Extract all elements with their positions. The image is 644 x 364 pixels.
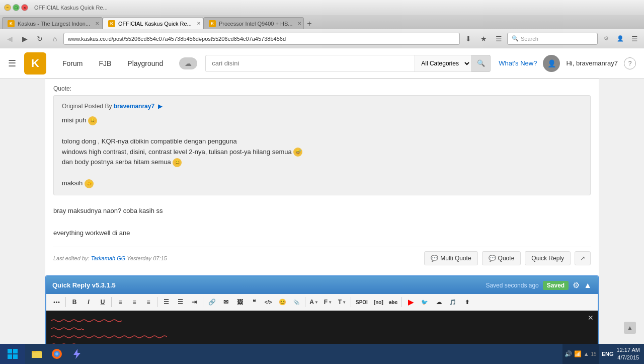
help-btn[interactable]: ? [624, 57, 636, 69]
toolbar-code-btn[interactable]: </> [262, 296, 275, 308]
address-bar[interactable]: www.kaskus.co.id/post/55206ed854c07a4573… [63, 33, 460, 45]
minimize-btn[interactable]: − [4, 4, 11, 11]
toolbar-underline-btn[interactable]: U [96, 296, 109, 308]
close-btn[interactable]: × [21, 4, 28, 11]
nav-playground[interactable]: Playground [119, 55, 171, 71]
tab-3-close[interactable]: ✕ [297, 21, 301, 26]
toolbar-font-color-btn[interactable]: A ▼ [307, 296, 320, 308]
toolbar-live-btn[interactable]: 🎵 [446, 296, 459, 308]
hamburger-menu[interactable]: ☰ [8, 58, 16, 69]
address-text: www.kaskus.co.id/post/55206ed854c07a4573… [68, 36, 455, 42]
taskbar-pinned-icons [25, 345, 89, 363]
toolbar-strike-btn[interactable]: abc [387, 296, 399, 308]
share-btn[interactable]: ↗ [575, 251, 591, 265]
toolbar-soundcloud-btn[interactable]: ☁ [432, 296, 445, 308]
toolbar-align-left-btn[interactable]: ≡ [114, 296, 127, 308]
toolbar-noparse-tag-btn[interactable]: [no] [371, 296, 386, 308]
category-select[interactable]: All Categories [415, 55, 471, 72]
tab-3[interactable]: K Processor Intel Q9400 + HS... ✕ [203, 17, 304, 29]
toolbar-image-btn[interactable]: 🖼 [233, 296, 247, 308]
nav-forum[interactable]: Forum [54, 55, 91, 71]
toolbar-sep-4 [203, 297, 203, 307]
qr-collapse-btn[interactable]: ▲ [584, 281, 592, 290]
toolbar-more-btn[interactable]: ••• [50, 296, 63, 308]
quote-btn[interactable]: 💬 Quote [482, 251, 521, 265]
tab-1-close[interactable]: ✕ [95, 21, 99, 26]
maximize-btn[interactable]: □ [13, 4, 20, 11]
cloud-btn[interactable]: ☁ [179, 57, 197, 69]
site-search-input[interactable] [205, 55, 415, 72]
toolbar-quote-btn[interactable]: ❝ [248, 296, 261, 308]
menu-btn[interactable]: ☰ [628, 32, 641, 45]
toolbar-twitter-btn[interactable]: 🐦 [418, 296, 431, 308]
profile-btn[interactable]: 👤 [614, 32, 627, 45]
sys-icon-1[interactable]: 🔊 [565, 350, 572, 357]
windows-icon [7, 348, 18, 359]
taskbar-explorer-icon[interactable] [27, 345, 46, 363]
toolbar-align-right-btn[interactable]: ≡ [142, 296, 155, 308]
download-btn[interactable]: ⬇ [462, 32, 475, 45]
post-container: Quote: Original Posted By bravemanray7 ▶… [45, 79, 599, 275]
whats-new-link[interactable]: What's New? [499, 59, 537, 67]
home-btn[interactable]: ⌂ [48, 32, 61, 45]
taskbar-clock: 12:17 AM 4/7/2015 [617, 346, 640, 362]
new-tab-btn[interactable]: + [304, 18, 315, 29]
toolbar-ul-btn[interactable]: ☰ [159, 296, 173, 308]
user-avatar[interactable]: 👤 [543, 55, 560, 72]
toolbar-sep-7 [401, 297, 402, 307]
reading-list-btn[interactable]: ☰ [492, 32, 505, 45]
language-badge[interactable]: ENG [602, 351, 614, 357]
toolbar-youtube-btn[interactable]: ▶ [404, 296, 417, 308]
start-btn[interactable] [0, 344, 25, 364]
scroll-up-btn[interactable]: ▲ [624, 322, 636, 334]
toolbar-email-btn[interactable]: ✉ [219, 296, 232, 308]
qr-header: Quick Reply v5.3.1.5 Saved seconds ago S… [46, 276, 598, 294]
toolbar-indent-btn[interactable]: ⇥ [188, 296, 201, 308]
reload-btn[interactable]: ↻ [33, 32, 46, 45]
toolbar-font-size-btn[interactable]: T ▼ [336, 296, 349, 308]
nav-bar: ◀ ▶ ↻ ⌂ www.kaskus.co.id/post/55206ed854… [0, 29, 644, 48]
tab-2[interactable]: K OFFICIAL Kaskus Quick Re... ✕ [103, 17, 203, 29]
taskbar-firefox-icon[interactable] [47, 345, 66, 363]
bookmark-btn[interactable]: ★ [477, 32, 490, 45]
taskbar-expand[interactable]: ▲ [584, 351, 589, 357]
username-label[interactable]: Hi, bravemanray7 [566, 59, 618, 67]
toolbar-italic-btn[interactable]: I [82, 296, 95, 308]
forward-btn[interactable]: ▶ [18, 32, 31, 45]
quick-reply-btn[interactable]: Quick Reply [525, 251, 571, 265]
sys-icon-2[interactable]: 📶 [574, 350, 582, 357]
tab-1-label: Kaskus - The Largest Indon... [18, 21, 90, 27]
toolbar-bold-btn[interactable]: B [68, 296, 81, 308]
editor-name-link[interactable]: Tarkamah GG [91, 255, 126, 261]
extensions-btn[interactable]: ⚙ [600, 32, 613, 45]
toolbar-sep-1 [65, 297, 66, 307]
browser-search-box[interactable]: 🔍 Search [507, 33, 598, 45]
qr-settings-btn[interactable]: ⚙ [573, 280, 580, 290]
tab-1[interactable]: K Kaskus - The Largest Indon... ✕ [2, 17, 103, 29]
quote-poster-name[interactable]: bravemanray7 [114, 103, 154, 110]
quote-line-1: misi puh 😊 [62, 115, 582, 126]
taskbar-right: 🔊 📶 ▲ 15 ENG 12:17 AM 4/7/2015 [558, 344, 644, 364]
toolbar-ol-btn[interactable]: ☰ [174, 296, 187, 308]
toolbar-smilies-btn[interactable]: 😊 [276, 296, 289, 308]
back-btn[interactable]: ◀ [3, 32, 16, 45]
site-nav: Forum FJB Playground [54, 55, 171, 71]
multi-quote-btn[interactable]: 💬 Multi Quote [424, 251, 477, 265]
site-search-btn[interactable]: 🔍 [471, 55, 491, 72]
editor-close-btn[interactable]: ✕ [588, 314, 594, 322]
font-size-arrow: ▼ [342, 300, 346, 305]
svg-rect-2 [8, 354, 12, 359]
tab-2-close[interactable]: ✕ [197, 21, 201, 26]
toolbar-noparse-btn[interactable]: 📎 [290, 296, 303, 308]
nav-fjb[interactable]: FJB [91, 55, 119, 71]
quote-line-4: windows high contrast, disini, contrast … [62, 147, 582, 158]
toolbar-spoiler-btn[interactable]: SPOI [353, 296, 370, 308]
toolbar-sep-3 [157, 297, 157, 307]
taskbar-app3-icon[interactable] [67, 345, 87, 363]
toolbar-link-btn[interactable]: 🔗 [205, 296, 218, 308]
toolbar-attach-btn[interactable]: ⬆ [460, 296, 473, 308]
toolbar-font-face-btn[interactable]: F ▼ [321, 296, 335, 308]
search-icon: 🔍 [512, 35, 519, 42]
site-logo[interactable]: K [24, 52, 46, 75]
toolbar-align-center-btn[interactable]: ≡ [128, 296, 141, 308]
